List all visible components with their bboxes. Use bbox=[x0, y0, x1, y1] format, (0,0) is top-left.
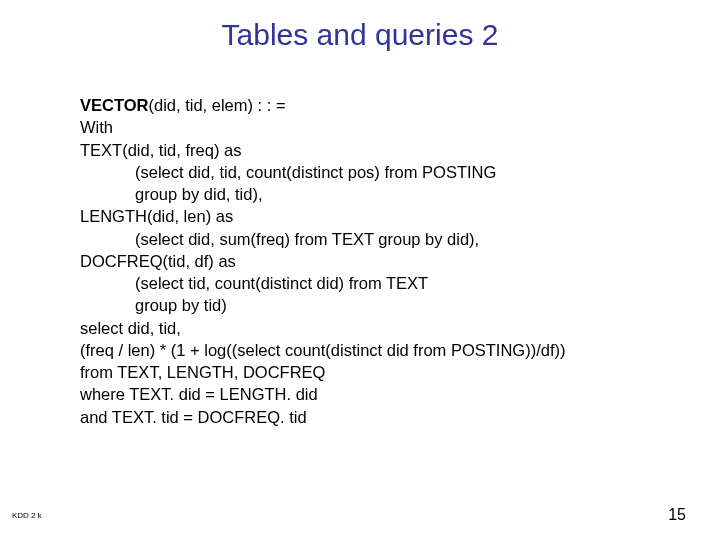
code-line: select did, tid, bbox=[80, 317, 680, 339]
code-line: (select did, tid, count(distinct pos) fr… bbox=[80, 161, 680, 183]
code-line: group by did, tid), bbox=[80, 183, 680, 205]
code-block: VECTOR(did, tid, elem) : : = With TEXT(d… bbox=[80, 94, 680, 428]
code-line: group by tid) bbox=[80, 294, 680, 316]
code-line: DOCFREQ(tid, df) as bbox=[80, 250, 680, 272]
code-line: (freq / len) * (1 + log((select count(di… bbox=[80, 339, 680, 361]
code-line: where TEXT. did = LENGTH. did bbox=[80, 383, 680, 405]
footer-left: KDD 2 k bbox=[12, 511, 42, 520]
slide-number: 15 bbox=[668, 506, 686, 524]
code-line: (select did, sum(freq) from TEXT group b… bbox=[80, 228, 680, 250]
code-line: With bbox=[80, 116, 680, 138]
keyword-vector: VECTOR bbox=[80, 96, 148, 114]
code-line: from TEXT, LENGTH, DOCFREQ bbox=[80, 361, 680, 383]
code-text: (did, tid, elem) : : = bbox=[148, 96, 285, 114]
code-line: TEXT(did, tid, freq) as bbox=[80, 139, 680, 161]
slide: Tables and queries 2 VECTOR(did, tid, el… bbox=[0, 0, 720, 540]
slide-title: Tables and queries 2 bbox=[40, 18, 680, 52]
code-line: (select tid, count(distinct did) from TE… bbox=[80, 272, 680, 294]
code-line: and TEXT. tid = DOCFREQ. tid bbox=[80, 406, 680, 428]
code-line: LENGTH(did, len) as bbox=[80, 205, 680, 227]
code-line: VECTOR(did, tid, elem) : : = bbox=[80, 94, 680, 116]
